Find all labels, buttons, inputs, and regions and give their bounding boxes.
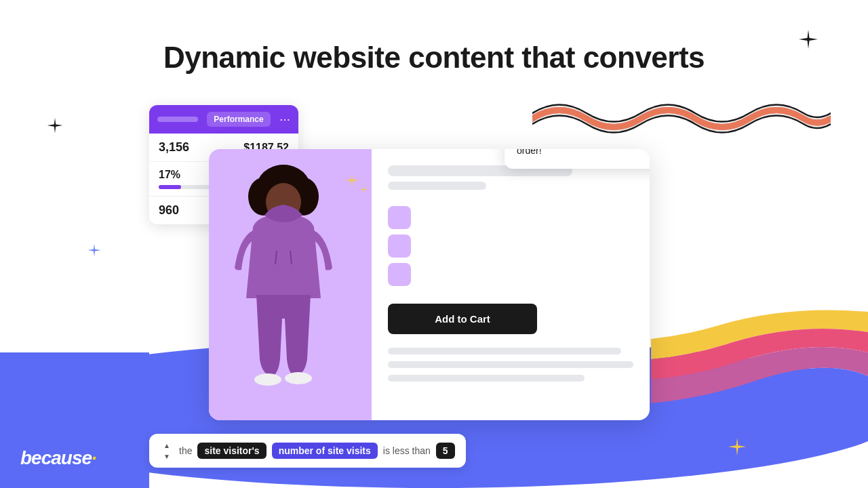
sparkle-product — [344, 173, 359, 190]
product-card: New Site Visitor Looks like you're new h… — [209, 149, 650, 420]
perf-number: 3,156 — [159, 140, 189, 155]
logo-dot: · — [92, 447, 96, 468]
add-to-cart-button[interactable]: Add to Cart — [388, 304, 537, 334]
perf-tab-label[interactable]: Performance — [207, 112, 270, 127]
arrow-down[interactable]: ▼ — [160, 451, 174, 461]
swatch-purple3[interactable] — [388, 263, 411, 286]
condition-middle: is less than — [383, 445, 431, 456]
svg-point-6 — [254, 373, 281, 386]
condition-bar: ▲ ▼ the site visitor's number of site vi… — [149, 434, 466, 468]
popup-text-after: for 10% off your first order! — [517, 149, 650, 156]
condition-pill2[interactable]: number of site visits — [272, 443, 378, 459]
logo-text: because — [20, 447, 92, 468]
swatch-purple[interactable] — [388, 206, 411, 229]
description-bars — [388, 348, 633, 382]
desc-bar-2 — [388, 361, 633, 368]
perf-header: Performance ⋯ — [149, 105, 298, 134]
progress-fill — [159, 185, 181, 189]
desc-bar-3 — [388, 375, 585, 382]
sparkle-product-small — [359, 184, 368, 197]
sparkle-left-mid — [87, 243, 102, 260]
desc-bar-1 — [388, 348, 621, 354]
logo: because· — [20, 447, 96, 469]
condition-value[interactable]: 5 — [436, 443, 455, 459]
swatch-purple2[interactable] — [388, 235, 411, 258]
person-figure — [216, 163, 351, 420]
wavy-decoration — [532, 98, 831, 136]
arrow-up[interactable]: ▲ — [160, 441, 174, 450]
perf-dots[interactable]: ⋯ — [279, 113, 290, 126]
perf-stat3: 960 — [159, 203, 179, 217]
perf-header-bar — [157, 117, 198, 122]
visitor-popup: Looks like you're new here, signup for o… — [505, 149, 650, 169]
swatches-column — [388, 206, 411, 286]
product-subtitle-placeholder — [388, 182, 486, 190]
svg-point-7 — [285, 372, 312, 384]
condition-arrows: ▲ ▼ — [160, 441, 174, 461]
sparkle-bottom-right — [727, 436, 747, 460]
main-title: Dynamic website content that converts — [0, 41, 868, 75]
product-details: New Site Visitor Looks like you're new h… — [372, 149, 650, 420]
sparkle-left — [46, 117, 64, 137]
right-curves — [651, 271, 868, 434]
swatch-row — [388, 206, 633, 286]
condition-prefix: the — [179, 445, 192, 456]
condition-pill1[interactable]: site visitor's — [197, 443, 266, 459]
sparkle-top-right — [797, 28, 819, 53]
